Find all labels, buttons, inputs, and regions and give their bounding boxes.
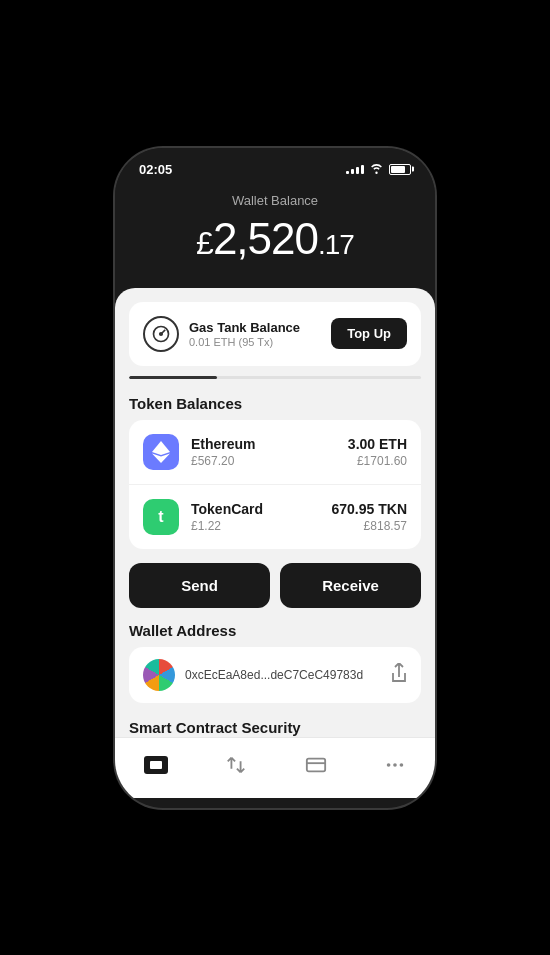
address-avatar bbox=[143, 659, 175, 691]
wallet-address-card[interactable]: 0xcEcEaA8ed...deC7CeC49783d bbox=[129, 647, 421, 703]
wallet-balance-amount: £2,520.17 bbox=[139, 214, 411, 264]
action-buttons: Send Receive bbox=[129, 563, 421, 608]
svg-point-1 bbox=[160, 332, 163, 335]
bottom-nav bbox=[115, 737, 435, 798]
status-icons bbox=[346, 162, 411, 177]
receive-button[interactable]: Receive bbox=[280, 563, 421, 608]
battery-icon bbox=[389, 164, 411, 175]
token-balances-card: Ethereum £567.20 3.00 ETH £1701.60 t Tok… bbox=[129, 420, 421, 549]
wallet-balance-label: Wallet Balance bbox=[139, 193, 411, 208]
transfer-icon bbox=[225, 754, 247, 776]
signal-bar-4 bbox=[361, 165, 364, 174]
signal-bar-1 bbox=[346, 171, 349, 174]
svg-point-7 bbox=[400, 763, 404, 767]
address-text: 0xcEcEaA8ed...deC7CeC49783d bbox=[185, 668, 381, 682]
token-left-eth: Ethereum £567.20 bbox=[143, 434, 256, 470]
wallet-nav-icon bbox=[144, 756, 168, 774]
balance-cents: .17 bbox=[318, 229, 354, 260]
tkn-fiat-right: £818.57 bbox=[332, 519, 407, 533]
eth-fiat: £567.20 bbox=[191, 454, 256, 468]
gas-tank-info: Gas Tank Balance 0.01 ETH (95 Tx) bbox=[189, 320, 300, 348]
signal-bars-icon bbox=[346, 165, 364, 174]
send-button[interactable]: Send bbox=[129, 563, 270, 608]
share-icon[interactable] bbox=[391, 663, 407, 687]
gas-tank-label: Gas Tank Balance bbox=[189, 320, 300, 335]
token-item-tkn[interactable]: t TokenCard £1.22 670.95 TKN £818.57 bbox=[129, 484, 421, 549]
eth-fiat-right: £1701.60 bbox=[348, 454, 407, 468]
gas-tank-sublabel: 0.01 ETH (95 Tx) bbox=[189, 336, 300, 348]
header-section: Wallet Balance £2,520.17 bbox=[115, 177, 435, 288]
top-up-button[interactable]: Top Up bbox=[331, 318, 407, 349]
phone-shell: 02:05 Wallet Balance £2,520.17 bbox=[115, 148, 435, 808]
tkn-right: 670.95 TKN £818.57 bbox=[332, 501, 407, 533]
tkn-fiat: £1.22 bbox=[191, 519, 263, 533]
token-item-eth[interactable]: Ethereum £567.20 3.00 ETH £1701.60 bbox=[129, 420, 421, 484]
tkn-icon-letter: t bbox=[158, 508, 163, 526]
gas-gauge-icon bbox=[143, 316, 179, 352]
status-time: 02:05 bbox=[139, 162, 172, 177]
token-balances-title: Token Balances bbox=[115, 379, 435, 420]
eth-amount: 3.00 ETH bbox=[348, 436, 407, 452]
svg-point-6 bbox=[393, 763, 397, 767]
more-icon bbox=[384, 754, 406, 776]
wifi-icon bbox=[369, 162, 384, 177]
currency-symbol: £ bbox=[196, 225, 213, 261]
balance-main: 2,520 bbox=[213, 214, 318, 263]
tkn-amount: 670.95 TKN bbox=[332, 501, 407, 517]
eth-name: Ethereum bbox=[191, 436, 256, 452]
status-bar: 02:05 bbox=[115, 148, 435, 177]
token-left-tkn: t TokenCard £1.22 bbox=[143, 499, 263, 535]
home-indicator bbox=[235, 798, 315, 802]
smart-contract-title: Smart Contract Security bbox=[115, 703, 435, 737]
svg-point-5 bbox=[387, 763, 391, 767]
tkn-icon: t bbox=[143, 499, 179, 535]
signal-bar-3 bbox=[356, 167, 359, 174]
signal-bar-2 bbox=[351, 169, 354, 174]
svg-marker-2 bbox=[152, 441, 170, 455]
wallet-address-title: Wallet Address bbox=[115, 608, 435, 647]
scroll-content: Gas Tank Balance 0.01 ETH (95 Tx) Top Up… bbox=[115, 288, 435, 737]
eth-right: 3.00 ETH £1701.60 bbox=[348, 436, 407, 468]
nav-item-transfer[interactable] bbox=[213, 748, 259, 782]
svg-rect-4 bbox=[307, 758, 325, 771]
card-icon bbox=[305, 754, 327, 776]
nav-item-wallet[interactable] bbox=[132, 750, 180, 780]
eth-icon bbox=[143, 434, 179, 470]
battery-fill bbox=[391, 166, 405, 173]
gas-tank-left: Gas Tank Balance 0.01 ETH (95 Tx) bbox=[143, 316, 300, 352]
tkn-name: TokenCard bbox=[191, 501, 263, 517]
nav-item-more[interactable] bbox=[372, 748, 418, 782]
tkn-info: TokenCard £1.22 bbox=[191, 501, 263, 533]
nav-item-card[interactable] bbox=[293, 748, 339, 782]
eth-info: Ethereum £567.20 bbox=[191, 436, 256, 468]
gas-tank-card: Gas Tank Balance 0.01 ETH (95 Tx) Top Up bbox=[129, 302, 421, 366]
